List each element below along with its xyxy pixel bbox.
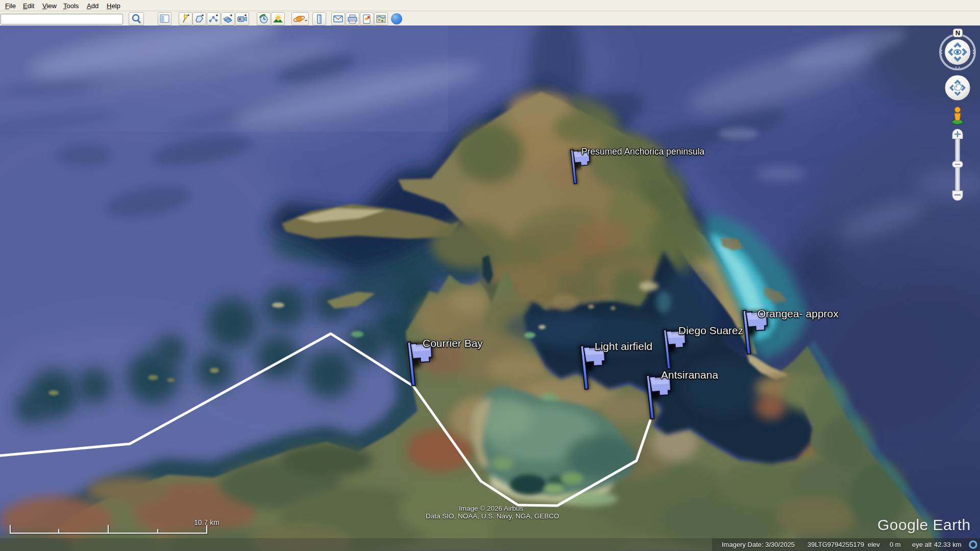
svg-text:N: N bbox=[955, 29, 960, 37]
